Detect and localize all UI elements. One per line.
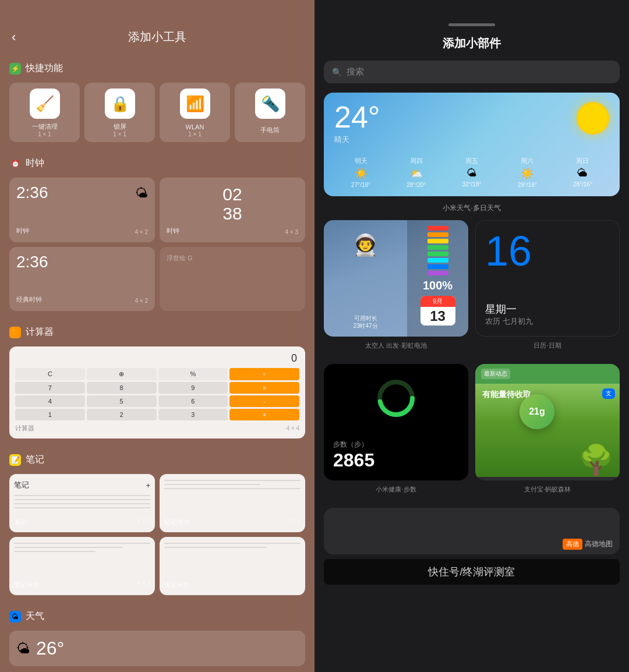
- calc-row-4: 1 2 3 +: [15, 409, 299, 420]
- weather-left-section: 🌤 天气 🌤 26°: [0, 604, 314, 672]
- clock-label-1: 时钟: [16, 227, 29, 235]
- calc-multiply[interactable]: ×: [229, 382, 299, 394]
- forecast-day-1: 周四 ⛅ 28°/20°: [390, 157, 443, 188]
- calc-1[interactable]: 1: [15, 409, 85, 420]
- cal-weekday-area: 星期一 农历 七月初九: [485, 302, 533, 327]
- weather-desc: 晴天: [334, 135, 380, 145]
- note-card-3[interactable]: 笔记卡片 4 × 2: [9, 537, 155, 595]
- clean-label: 一键清理: [32, 122, 58, 131]
- calc-card[interactable]: 0 C ⊕ % ÷ 7 8 9 × 4 5 6 - 1 2 3: [9, 346, 305, 438]
- weather-left-card[interactable]: 🌤 26°: [9, 631, 305, 666]
- clock-widget-4[interactable]: 浮世绘 G: [160, 247, 305, 311]
- clock-sun-1: 🌤: [135, 186, 148, 201]
- health-steps-label: 步数（步）: [333, 440, 459, 450]
- note-card-2[interactable]: 笔记卡片 2 × 2: [160, 474, 305, 532]
- widget-flashlight[interactable]: 🔦 手电筒: [235, 83, 305, 142]
- health-ring-area: [333, 373, 459, 423]
- widget-clean[interactable]: 🧹 一键清理 1 × 1: [9, 83, 80, 142]
- calc-section: 🟠 计算器 0 C ⊕ % ÷ 7 8 9 × 4 5 6 -: [0, 320, 314, 448]
- map-icon: 高德: [563, 539, 582, 550]
- calc-4[interactable]: 4: [15, 395, 85, 407]
- map-widget[interactable]: 高德 高德地图: [324, 508, 620, 554]
- health-steps-num: 2865: [333, 450, 459, 471]
- clock-widget-2[interactable]: 02 38 时钟 4 × 3: [160, 178, 305, 242]
- search-bar[interactable]: 🔍 搜索: [324, 61, 620, 83]
- ant-widget[interactable]: 最新动态 有能量待收取 21g 🌳 支: [475, 364, 620, 480]
- calc-section-icon: 🟠: [9, 327, 21, 338]
- clock-label-2: 时钟: [167, 227, 179, 235]
- astro-app-label: 太空人 出发·彩虹电池: [333, 341, 459, 350]
- cal-big-num: 16: [485, 230, 532, 272]
- clock-size-1: 4 × 2: [135, 229, 148, 235]
- widget-wlan[interactable]: 📶 WLAN 1 × 1: [160, 83, 230, 142]
- calc-minus[interactable]: -: [229, 395, 299, 407]
- calc-size-label: 4 × 4: [286, 425, 299, 432]
- calc-5[interactable]: 5: [87, 395, 157, 407]
- note-card-1[interactable]: 笔记 + 笔记 2 × 2: [9, 474, 155, 532]
- clean-size: 1 × 1: [38, 131, 51, 137]
- calendar-month: 9月: [420, 296, 455, 307]
- calendar-number-widget[interactable]: 16 星期一 农历 七月初九: [475, 220, 620, 337]
- calc-3[interactable]: 3: [158, 409, 228, 420]
- calc-bottom-label: 计算器: [15, 424, 34, 433]
- notes-section-title: 笔记: [26, 454, 44, 466]
- weather-app-label: 小米天气·多日天气: [324, 203, 620, 213]
- alipay-badge: 支: [602, 388, 615, 399]
- calc-6[interactable]: 6: [158, 395, 228, 407]
- clock-section-icon: ⏰: [9, 158, 21, 169]
- flashlight-icon: 🔦: [255, 89, 285, 119]
- search-icon: 🔍: [332, 68, 342, 77]
- weather-widget[interactable]: 24° 晴天 明天 ☀️ 27°/18° 周四 ⛅ 28°/20° 周五 🌤 3…: [324, 93, 620, 196]
- ant-app-label: 支付宝·蚂蚁森林: [485, 485, 610, 494]
- weather-left-header: 🌤 天气: [9, 610, 305, 623]
- weather-forecast: 明天 ☀️ 27°/18° 周四 ⛅ 28°/20° 周五 🌤 32°/18° …: [334, 157, 609, 188]
- search-placeholder: 搜索: [347, 66, 364, 77]
- clock-bottom-2: 时钟 4 × 3: [167, 223, 298, 235]
- calc-2[interactable]: 2: [87, 409, 157, 420]
- calc-9[interactable]: 9: [158, 382, 228, 394]
- quick-section: ⚡ 快捷功能 🧹 一键清理 1 × 1 🔒 锁屏 1 × 1 📶 WLAN 1 …: [0, 56, 314, 151]
- clock-widget-3[interactable]: 2:36 经典时钟 4 × 2: [9, 247, 155, 311]
- note-card-4[interactable]: 笔记卡片: [160, 537, 305, 595]
- notch: [448, 23, 495, 26]
- right-header: 添加小部件: [314, 0, 629, 61]
- forecast-day-0: 明天 ☀️ 27°/18°: [334, 157, 387, 188]
- clock-bottom-3: 经典时钟 4 × 2: [16, 292, 148, 304]
- wlan-label: WLAN: [186, 123, 204, 130]
- astro-widget[interactable]: 👨‍🚀 可用时长 23时47分: [324, 220, 468, 337]
- calc-c[interactable]: C: [15, 368, 85, 380]
- astro-right: 100% 9月 13: [407, 220, 468, 337]
- astro-left: 👨‍🚀 可用时长 23时47分: [324, 220, 407, 337]
- calc-divide[interactable]: ÷: [229, 368, 299, 380]
- right-panel: 添加小部件 🔍 搜索 24° 晴天 明天 ☀️ 27°/18° 周四 ⛅ 28°…: [314, 0, 629, 672]
- calendar-day: 13: [420, 307, 455, 326]
- back-button[interactable]: ‹: [12, 30, 16, 45]
- widget-lock[interactable]: 🔒 锁屏 1 × 1: [84, 83, 155, 142]
- ant-energy-num: 21g: [529, 407, 545, 416]
- weather-left-info: 24° 晴天: [334, 102, 380, 145]
- calc-8[interactable]: 8: [87, 382, 157, 394]
- note-bottom-4: 笔记卡片: [164, 577, 301, 589]
- calc-7[interactable]: 7: [15, 382, 85, 394]
- battery-percent: 100%: [423, 279, 453, 292]
- calc-percent[interactable]: %: [158, 368, 228, 380]
- cal-lunar: 农历 七月初九: [485, 316, 533, 327]
- watermark-area: 快住号/终湖评测室: [314, 559, 629, 585]
- quick-section-title: 快捷功能: [26, 62, 63, 75]
- calc-section-header: 🟠 计算器: [9, 326, 305, 338]
- notes-section: 📝 笔记 笔记 + 笔记 2 × 2: [0, 448, 314, 604]
- note-lines-2: [164, 480, 301, 511]
- flashlight-label: 手电筒: [260, 126, 280, 135]
- clock-size-2: 4 × 3: [285, 229, 298, 235]
- calc-plus-minus[interactable]: ⊕: [87, 368, 157, 380]
- map-label-area: 高德 高德地图: [563, 539, 613, 550]
- clock-bottom-1: 时钟 4 × 2: [16, 223, 148, 235]
- clock-widget-1[interactable]: 2:36 🌤 时钟 4 × 2: [9, 178, 155, 242]
- health-ring-svg: [376, 378, 416, 419]
- clock-time-2: 02: [222, 185, 242, 204]
- health-widget[interactable]: 步数（步） 2865: [324, 364, 468, 480]
- left-title: 添加小工具: [12, 29, 303, 45]
- calc-plus[interactable]: +: [229, 409, 299, 420]
- weather-left-title: 天气: [26, 610, 44, 623]
- note-bottom-2: 笔记卡片 2 × 2: [164, 514, 301, 526]
